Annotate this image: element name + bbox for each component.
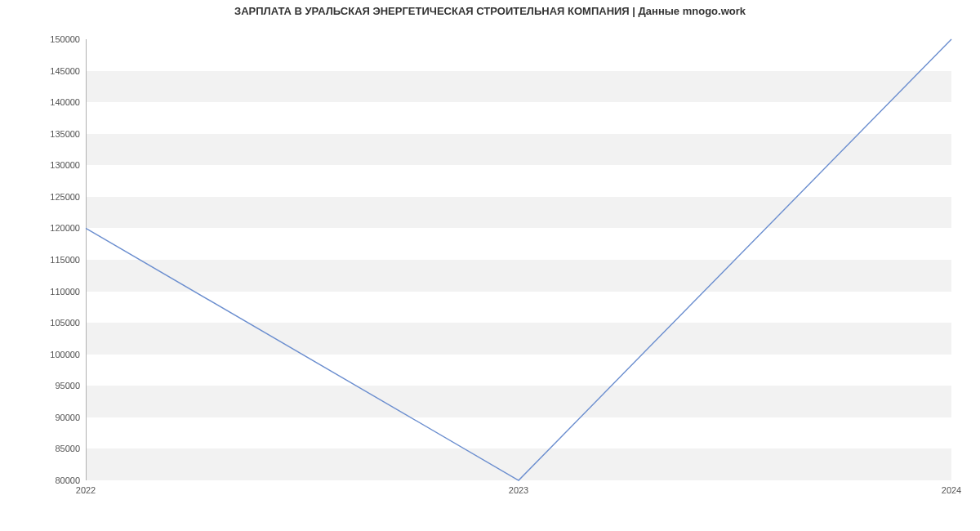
y-tick-label: 150000 bbox=[7, 34, 80, 44]
y-tick-label: 85000 bbox=[7, 444, 80, 453]
y-tick-label: 100000 bbox=[7, 350, 80, 359]
y-tick-label: 95000 bbox=[7, 381, 80, 390]
y-tick-label: 125000 bbox=[7, 192, 80, 202]
y-tick-label: 135000 bbox=[7, 129, 80, 139]
plot-area bbox=[86, 39, 951, 480]
chart-title: ЗАРПЛАТА В УРАЛЬСКАЯ ЭНЕРГЕТИЧЕСКАЯ СТРО… bbox=[0, 5, 980, 17]
y-tick-label: 140000 bbox=[7, 97, 80, 107]
y-tick-label: 80000 bbox=[7, 475, 80, 485]
y-tick-label: 110000 bbox=[7, 287, 80, 297]
y-tick-label: 120000 bbox=[7, 223, 80, 233]
y-tick-label: 105000 bbox=[7, 318, 80, 328]
y-tick-label: 115000 bbox=[7, 255, 80, 265]
y-tick-label: 90000 bbox=[7, 413, 80, 422]
x-tick-label: 2024 bbox=[942, 485, 961, 495]
y-tick-label: 145000 bbox=[7, 66, 80, 76]
y-tick-label: 130000 bbox=[7, 160, 80, 170]
x-tick-label: 2022 bbox=[76, 485, 96, 495]
x-tick-label: 2023 bbox=[509, 485, 528, 495]
line-series bbox=[86, 39, 951, 480]
chart-container: ЗАРПЛАТА В УРАЛЬСКАЯ ЭНЕРГЕТИЧЕСКАЯ СТРО… bbox=[0, 0, 980, 531]
